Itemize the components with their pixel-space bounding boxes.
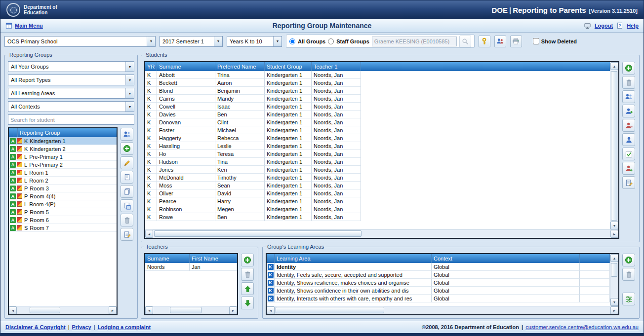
reporting-group-row[interactable]: A LRoom 4(P) [9, 200, 117, 208]
staff-groups-label[interactable]: Staff Groups [336, 38, 369, 44]
learning-areas-vscrollbar[interactable]: ▲ ▼ [610, 254, 618, 306]
students-hscrollbar[interactable]: ◄ ► [145, 229, 618, 238]
learning-area-row[interactable]: K Identity, Interacts with others with c… [267, 295, 610, 302]
learning-areas-hscrollbar[interactable]: ◄ ► [267, 306, 618, 314]
student-row[interactable]: K Beckett Aaron Kindergarten 1 Noords, J… [145, 79, 610, 87]
scroll-thumb[interactable] [30, 307, 60, 313]
student-row[interactable]: K Ho Teresa Kindergarten 1 Noords, Jan [145, 150, 610, 158]
transfer-person-button[interactable] [622, 162, 635, 175]
reporting-group-row[interactable]: A PRoom 3 [9, 185, 117, 192]
scroll-thumb[interactable] [276, 307, 384, 313]
delete-student-button[interactable] [622, 76, 635, 89]
teacher-row[interactable]: Noords Jan [145, 263, 237, 271]
student-row[interactable]: K Oliver David Kindergarten 1 Noords, Ja… [145, 189, 610, 197]
students-vscrollbar[interactable]: ▲ ▼ [610, 62, 618, 229]
reporting-group-row[interactable]: A KKindergarten 2 [9, 145, 117, 153]
scroll-left-icon[interactable]: ◄ [145, 306, 153, 314]
add-person-button[interactable] [622, 105, 635, 117]
key-permissions-button[interactable] [479, 36, 490, 47]
scroll-right-icon[interactable]: ► [610, 230, 618, 238]
move-teacher-down-button[interactable] [241, 297, 254, 309]
scroll-up-icon[interactable]: ▲ [610, 254, 618, 262]
order-learning-areas-button[interactable] [622, 293, 635, 305]
student-row[interactable]: K Cowell Isaac Kindergarten 1 Noords, Ja… [145, 103, 610, 111]
learning-area-row[interactable]: K Identity, Feels safe, secure, accepted… [267, 271, 610, 279]
student-notes-button[interactable] [622, 176, 635, 189]
support-email-link[interactable]: customer.service.centre@education.wa.edu… [525, 324, 639, 330]
staff-member-input[interactable] [372, 37, 457, 46]
help-link[interactable]: Help [627, 23, 639, 29]
scroll-right-icon[interactable]: ► [109, 306, 117, 314]
reporting-group-row[interactable]: A LPre-Primary 2 [9, 161, 117, 169]
learning-areas-filter[interactable]: All Learning Areas ▼ [8, 88, 134, 99]
semester-select[interactable]: 2017 Semester 1 ▼ [160, 36, 223, 47]
add-teacher-button[interactable] [241, 254, 254, 266]
reporting-group-row[interactable]: A LRoom 1 [9, 169, 117, 177]
staff-search-button[interactable] [459, 36, 471, 47]
all-groups-radio[interactable] [289, 38, 295, 44]
student-row[interactable]: K Blond Benjamin Kindergarten 1 Noords, … [145, 87, 610, 95]
scroll-down-icon[interactable]: ▼ [610, 222, 618, 229]
reporting-group-row[interactable]: A LPre-Primary 1 [9, 153, 117, 161]
select-all-button[interactable] [622, 148, 635, 160]
student-row[interactable]: K Pearce Harry Kindergarten 1 Noords, Ja… [145, 197, 610, 205]
scroll-left-icon[interactable]: ◄ [9, 306, 17, 314]
delete-group-button[interactable] [121, 214, 133, 226]
scroll-up-icon[interactable]: ▲ [610, 62, 618, 70]
footer-link[interactable]: Disclaimer & Copyright [5, 324, 66, 330]
scroll-thumb[interactable] [611, 263, 617, 277]
student-row[interactable]: K Haggerty Rebecca Kindergarten 1 Noords… [145, 134, 610, 142]
scroll-thumb[interactable] [154, 230, 362, 237]
add-learning-area-button[interactable] [622, 254, 635, 266]
student-row[interactable]: K Rowe Ben Kindergarten 1 Noords, Jan [145, 213, 610, 221]
move-teacher-up-button[interactable] [241, 282, 254, 295]
group-students-button[interactable] [622, 90, 635, 103]
student-row[interactable]: K Cairns Mandy Kindergarten 1 Noords, Ja… [145, 95, 610, 103]
reporting-groups-hscrollbar[interactable]: ◄ ► [9, 306, 117, 314]
show-deleted-checkbox[interactable] [533, 38, 539, 44]
copy-groups-button[interactable] [121, 185, 133, 198]
student-row[interactable]: K Moss Sean Kindergarten 1 Noords, Jan [145, 182, 610, 189]
group-notes-button[interactable] [121, 228, 133, 241]
scroll-thumb[interactable] [170, 307, 201, 313]
reporting-group-row[interactable]: A KKindergarten 1 [9, 137, 117, 145]
student-row[interactable]: K McDonald Timothy Kindergarten 1 Noords… [145, 174, 610, 182]
all-groups-label[interactable]: All Groups [298, 38, 325, 44]
add-student-button[interactable] [622, 62, 635, 75]
scroll-thumb[interactable] [611, 71, 617, 221]
scroll-left-icon[interactable]: ◄ [145, 230, 153, 238]
reporting-group-row[interactable]: A PRoom 4(4) [9, 192, 117, 200]
report-types-filter[interactable]: All Report Types ▼ [8, 75, 134, 85]
student-search-input[interactable] [8, 114, 134, 125]
delete-learning-area-button[interactable] [622, 268, 635, 281]
remove-person-button[interactable] [622, 119, 635, 132]
year-groups-filter[interactable]: All Year Groups ▼ [8, 61, 134, 72]
reporting-group-row[interactable]: A PRoom 5 [9, 208, 117, 216]
learning-area-row[interactable]: K Identity, Shows confidence in their ow… [267, 287, 610, 295]
student-row[interactable]: K Abbott Trina Kindergarten 1 Noords, Ja… [145, 71, 610, 79]
print-button[interactable] [510, 36, 522, 47]
reporting-group-row[interactable]: A LRoom 2 [9, 177, 117, 185]
learning-area-row[interactable]: K Identity Global [267, 263, 610, 271]
student-row[interactable]: K Robinson Megen Kindergarten 1 Noords, … [145, 205, 610, 213]
footer-link[interactable]: Lodging a complaint [98, 324, 151, 330]
student-row[interactable]: K Jones Ken Kindergarten 1 Noords, Jan [145, 166, 610, 174]
main-menu-link[interactable]: Main Menu [15, 23, 43, 29]
edit-group-button[interactable] [121, 156, 133, 169]
group-students-button[interactable] [121, 128, 133, 141]
scroll-right-icon[interactable]: ► [229, 306, 237, 314]
show-deleted-label[interactable]: Show Deleted [541, 38, 577, 44]
scroll-right-icon[interactable]: ► [610, 306, 618, 314]
duplicate-group-button[interactable] [121, 199, 133, 212]
add-group-button[interactable] [121, 142, 133, 155]
scroll-down-icon[interactable]: ▼ [610, 298, 618, 306]
year-range-select[interactable]: Years K to 10 ▼ [227, 36, 282, 47]
footer-link[interactable]: Privacy [72, 324, 91, 330]
student-row[interactable]: K Davies Ben Kindergarten 1 Noords, Jan [145, 111, 610, 118]
student-row[interactable]: K Hudson Tina Kindergarten 1 Noords, Jan [145, 158, 610, 166]
copy-group-button[interactable] [121, 171, 133, 184]
delete-teacher-button[interactable] [241, 268, 254, 281]
learning-area-row[interactable]: K Identity, Shows resilience, makes choi… [267, 279, 610, 287]
person-details-button[interactable] [622, 133, 635, 146]
reporting-group-row[interactable]: A SRoom 7 [9, 224, 117, 232]
